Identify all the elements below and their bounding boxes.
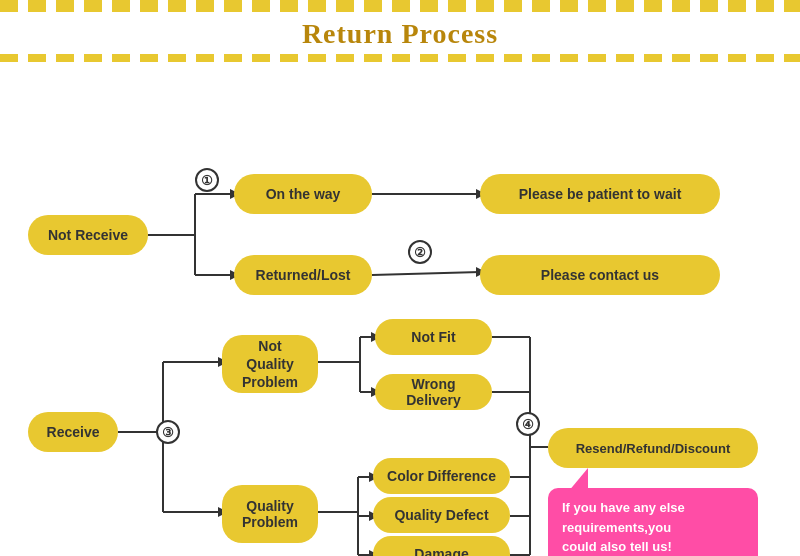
please-wait-node: Please be patient to wait bbox=[480, 174, 720, 214]
circle-3: ③ bbox=[156, 420, 180, 444]
not-quality-problem-node: Not Quality Problem bbox=[222, 335, 318, 393]
svg-line-8 bbox=[372, 272, 480, 275]
returned-lost-node: Returned/Lost bbox=[234, 255, 372, 295]
quality-problem-node: Quality Problem bbox=[222, 485, 318, 543]
not-receive-node: Not Receive bbox=[28, 215, 148, 255]
color-difference-node: Color Difference bbox=[373, 458, 510, 494]
not-fit-node: Not Fit bbox=[375, 319, 492, 355]
please-contact-node: Please contact us bbox=[480, 255, 720, 295]
main-content: Not Receive ① On the way Returned/Lost ②… bbox=[0, 72, 800, 556]
wrong-delivery-node: Wrong Delivery bbox=[375, 374, 492, 410]
receive-node: Receive bbox=[28, 412, 118, 452]
circle-4: ④ bbox=[516, 412, 540, 436]
page-title: Return Process bbox=[302, 18, 498, 49]
circle-2: ② bbox=[408, 240, 432, 264]
resend-node: Resend/Refund/Discount bbox=[548, 428, 758, 468]
quality-defect-node: Quality Defect bbox=[373, 497, 510, 533]
damage-node: Damage bbox=[373, 536, 510, 556]
circle-1: ① bbox=[195, 168, 219, 192]
header-border-bottom bbox=[0, 54, 800, 62]
header-border-top bbox=[0, 0, 800, 12]
speech-bubble: If you have any else requirements,you co… bbox=[548, 488, 758, 556]
on-the-way-node: On the way bbox=[234, 174, 372, 214]
header-title-area: Return Process bbox=[0, 12, 800, 54]
